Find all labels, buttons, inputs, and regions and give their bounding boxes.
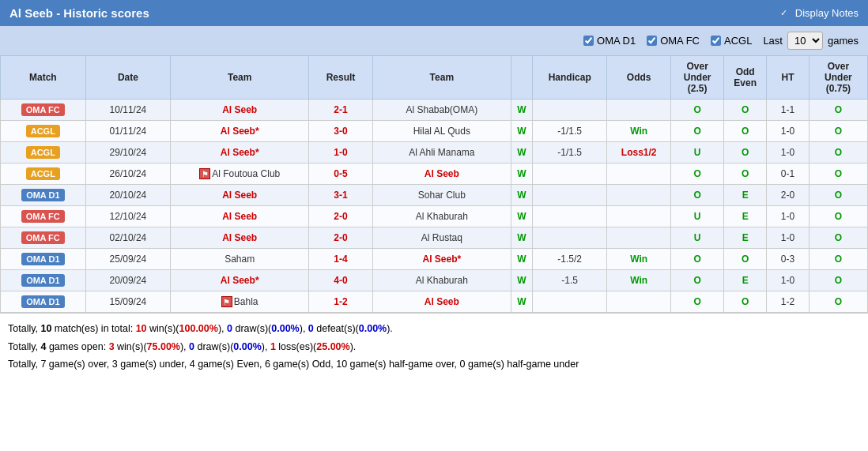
ht-cell: 1-0	[767, 121, 810, 142]
date-cell: 25/09/24	[85, 249, 171, 270]
table-row: OMA FC12/10/24Al Seeb2-0Al KhaburahWUE1-…	[1, 206, 868, 227]
wl-cell: W	[511, 163, 532, 185]
handicap-cell	[533, 100, 607, 121]
ht-cell: 1-0	[767, 227, 810, 249]
match-badge: OMA FC	[21, 210, 65, 223]
ht-cell: 0-1	[767, 163, 810, 185]
col-wl	[511, 56, 532, 100]
last-games-select[interactable]: 5 10 15 20	[787, 32, 823, 50]
match-badge: ACGL	[26, 167, 60, 180]
wl-cell: W	[511, 100, 532, 121]
match-badge-cell: ACGL	[1, 121, 86, 142]
team2-cell: Al Khaburah	[372, 206, 511, 227]
omafc-checkbox[interactable]	[647, 36, 657, 46]
omad1-checkbox[interactable]	[583, 36, 594, 46]
col-handicap: Handicap	[533, 56, 607, 100]
last-label: Last	[763, 35, 783, 47]
col-team2: Team	[372, 56, 511, 100]
acgl-label: ACGL	[724, 35, 752, 47]
ou25-cell: O	[671, 163, 724, 185]
result-cell[interactable]: 2-1	[309, 100, 373, 121]
match-badge-cell: OMA FC	[1, 100, 86, 121]
table-row: ACGL26/10/24⚑Al Foutoua Club0-5Al SeebWO…	[1, 163, 868, 185]
team1-cell: Al Seeb	[171, 185, 309, 206]
result-cell[interactable]: 3-0	[309, 121, 373, 142]
odds-cell: Loss1/2	[607, 142, 671, 163]
date-cell: 20/09/24	[85, 270, 171, 291]
handicap-cell: -1.5/2	[533, 249, 607, 270]
ht-cell: 0-3	[767, 249, 810, 270]
ou25-cell: U	[671, 142, 724, 163]
date-cell: 15/09/24	[85, 291, 171, 313]
match-badge-cell: OMA D1	[1, 185, 86, 206]
match-badge: OMA D1	[21, 295, 64, 308]
team2-cell: Al Shabab(OMA)	[372, 100, 511, 121]
oe-cell: O	[724, 100, 767, 121]
display-notes-label: Display Notes	[795, 7, 859, 19]
odds-cell	[607, 185, 671, 206]
ou075-cell: O	[809, 291, 867, 313]
ou25-cell: O	[671, 121, 724, 142]
games-label: games	[828, 35, 859, 47]
header: Al Seeb - Historic scores ✓ Display Note…	[0, 0, 868, 26]
team1-cell: Al Seeb	[171, 206, 309, 227]
table-row: ACGL29/10/24Al Seeb*1-0Al Ahli ManamaW-1…	[1, 142, 868, 163]
col-ou25: Over Under (2.5)	[671, 56, 724, 100]
result-cell[interactable]: 2-0	[309, 227, 373, 249]
ht-cell: 1-0	[767, 270, 810, 291]
team2-cell: Al Ahli Manama	[372, 142, 511, 163]
wl-cell: W	[511, 185, 532, 206]
handicap-cell	[533, 227, 607, 249]
col-oe: Odd Even	[724, 56, 767, 100]
page-title: Al Seeb - Historic scores	[9, 6, 149, 20]
table-row: OMA D115/09/24⚑Bahla1-2Al SeebWOO1-2O	[1, 291, 868, 313]
date-cell: 12/10/24	[85, 206, 171, 227]
result-cell[interactable]: 4-0	[309, 270, 373, 291]
odds-cell: Win	[607, 121, 671, 142]
ht-cell: 1-2	[767, 291, 810, 313]
date-cell: 01/11/24	[85, 121, 171, 142]
result-cell[interactable]: 1-2	[309, 291, 373, 313]
date-cell: 10/11/24	[85, 100, 171, 121]
ou075-cell: O	[809, 227, 867, 249]
oe-cell: E	[724, 227, 767, 249]
handicap-cell: -1/1.5	[533, 142, 607, 163]
team2-cell: Al Rustaq	[372, 227, 511, 249]
odds-cell	[607, 206, 671, 227]
team2-cell: Hilal AL Quds	[372, 121, 511, 142]
ou25-cell: O	[671, 100, 724, 121]
handicap-cell: -1.5	[533, 270, 607, 291]
oe-cell: E	[724, 206, 767, 227]
display-notes-check[interactable]: ✓	[778, 7, 791, 20]
result-cell[interactable]: 3-1	[309, 185, 373, 206]
red-flag-icon: ⚑	[221, 296, 232, 307]
oe-cell: O	[724, 291, 767, 313]
result-cell[interactable]: 2-0	[309, 206, 373, 227]
team1-cell: ⚑Bahla	[171, 291, 309, 313]
odds-cell	[607, 163, 671, 185]
filter-bar: OMA D1 OMA FC ACGL Last 5 10 15 20 games	[0, 26, 868, 55]
wl-cell: W	[511, 249, 532, 270]
team1-cell: Al Seeb*	[171, 142, 309, 163]
wl-cell: W	[511, 121, 532, 142]
wl-cell: W	[511, 206, 532, 227]
result-cell[interactable]: 1-4	[309, 249, 373, 270]
match-badge-cell: OMA FC	[1, 227, 86, 249]
col-ht: HT	[767, 56, 810, 100]
result-cell[interactable]: 0-5	[309, 163, 373, 185]
table-row: ACGL01/11/24Al Seeb*3-0Hilal AL QudsW-1/…	[1, 121, 868, 142]
team2-cell: Sohar Club	[372, 185, 511, 206]
oe-cell: O	[724, 142, 767, 163]
match-badge: OMA FC	[21, 103, 65, 116]
match-badge-cell: OMA D1	[1, 291, 86, 313]
handicap-cell	[533, 163, 607, 185]
table-row: OMA D120/09/24Al Seeb*4-0Al KhaburahW-1.…	[1, 270, 868, 291]
result-cell[interactable]: 1-0	[309, 142, 373, 163]
ou075-cell: O	[809, 142, 867, 163]
odds-cell: Win	[607, 249, 671, 270]
match-badge-cell: OMA FC	[1, 206, 86, 227]
oe-cell: O	[724, 249, 767, 270]
acgl-checkbox[interactable]	[711, 36, 721, 46]
oe-cell: E	[724, 185, 767, 206]
team1-cell: Al Seeb	[171, 227, 309, 249]
